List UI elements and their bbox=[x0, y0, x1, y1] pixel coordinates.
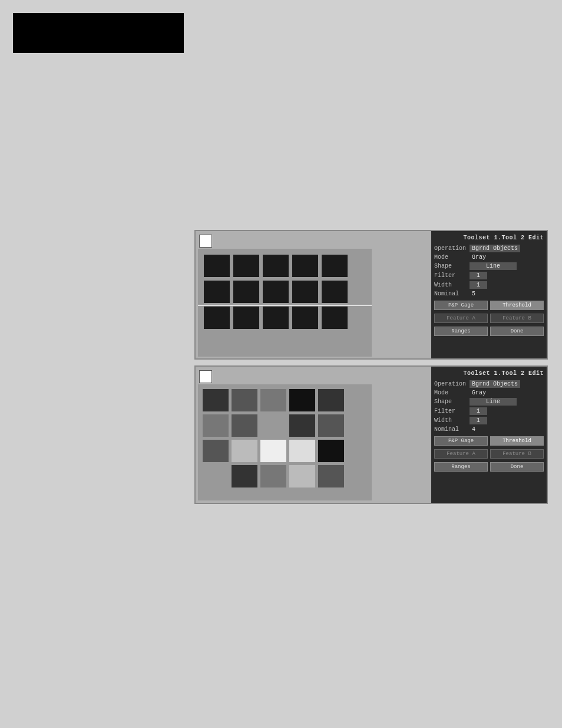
grid-cell bbox=[232, 389, 257, 411]
nominal-label-2: Nominal bbox=[434, 426, 470, 433]
panel-2-checkbox[interactable] bbox=[199, 370, 212, 383]
grid-cell bbox=[203, 389, 229, 411]
grid-cell bbox=[289, 414, 315, 437]
filter-row: Filter 1 bbox=[434, 272, 544, 279]
operation-row: Operation Bgrnd Objects bbox=[434, 245, 544, 252]
grid-cell bbox=[322, 255, 348, 277]
grid-cell bbox=[203, 465, 229, 487]
shape-row-2: Shape Line bbox=[434, 398, 544, 406]
panel-1: Toolset 1.Tool 2 Edit Operation Bgrnd Ob… bbox=[194, 230, 548, 360]
grid-cell bbox=[233, 281, 259, 303]
feature-a-button-2[interactable]: Feature A bbox=[434, 449, 488, 459]
operation-value: Bgrnd Objects bbox=[470, 245, 520, 252]
grid-cell bbox=[318, 465, 344, 487]
panel-1-title: Toolset 1.Tool 2 Edit bbox=[434, 235, 544, 241]
grid-cell bbox=[292, 255, 318, 277]
done-button[interactable]: Done bbox=[490, 327, 544, 336]
operation-label-2: Operation bbox=[434, 381, 470, 387]
btn-row-3: Ranges Done bbox=[434, 327, 544, 336]
grid-cell bbox=[260, 414, 286, 437]
grid-cell bbox=[232, 465, 257, 487]
grid-cell bbox=[263, 255, 289, 277]
panel-1-checkbox[interactable] bbox=[199, 235, 212, 248]
width-label-2: Width bbox=[434, 417, 470, 424]
control-panel-1: Toolset 1.Tool 2 Edit Operation Bgrnd Ob… bbox=[431, 231, 547, 358]
nominal-label: Nominal bbox=[434, 291, 470, 297]
btn-row-1: P&P Gage Threshold bbox=[434, 301, 544, 310]
control-panel-2: Toolset 1.Tool 2 Edit Operation Bgrnd Ob… bbox=[431, 367, 547, 503]
shape-label-2: Shape bbox=[434, 398, 470, 405]
filter-label-2: Filter bbox=[434, 408, 470, 414]
grid-cell bbox=[292, 307, 318, 329]
panel-2-image bbox=[198, 384, 372, 500]
operation-row-2: Operation Bgrnd Objects bbox=[434, 380, 544, 388]
mode-value-2: Gray bbox=[470, 390, 486, 396]
grid-cell bbox=[204, 281, 230, 303]
operation-value-2: Bgrnd Objects bbox=[470, 380, 520, 388]
panel-2: Toolset 1.Tool 2 Edit Operation Bgrnd Ob… bbox=[194, 365, 548, 504]
btn-row-2: Feature A Feature B bbox=[434, 314, 544, 323]
nominal-value: 5 bbox=[470, 291, 475, 297]
mode-label: Mode bbox=[434, 254, 470, 261]
mode-value: Gray bbox=[470, 254, 486, 261]
grid-cell bbox=[204, 307, 230, 329]
filter-value-2: 1 bbox=[470, 407, 487, 415]
threshold-button[interactable]: Threshold bbox=[490, 301, 544, 310]
ranges-button-2[interactable]: Ranges bbox=[434, 462, 488, 472]
grid-cell bbox=[289, 440, 315, 462]
grid-cell bbox=[232, 440, 257, 462]
operation-label: Operation bbox=[434, 245, 470, 252]
grid-cell bbox=[260, 389, 286, 411]
shape-value-2: Line bbox=[470, 398, 517, 406]
panel-2-title: Toolset 1.Tool 2 Edit bbox=[434, 370, 544, 377]
ranges-button[interactable]: Ranges bbox=[434, 327, 488, 336]
image-grid-1 bbox=[204, 255, 348, 329]
grid-cell bbox=[322, 307, 348, 329]
grid-cell bbox=[263, 307, 289, 329]
grid-cell bbox=[289, 465, 315, 487]
grid-cell bbox=[233, 255, 259, 277]
btn-row-6: Ranges Done bbox=[434, 462, 544, 472]
btn-row-5: Feature A Feature B bbox=[434, 449, 544, 459]
mode-row-2: Mode Gray bbox=[434, 390, 544, 396]
feature-b-button[interactable]: Feature B bbox=[490, 314, 544, 323]
filter-row-2: Filter 1 bbox=[434, 407, 544, 415]
nominal-value-2: 4 bbox=[470, 426, 475, 433]
grid-cell bbox=[233, 307, 259, 329]
nominal-row-2: Nominal 4 bbox=[434, 426, 544, 433]
pp-gage-button[interactable]: P&P Gage bbox=[434, 301, 488, 310]
width-value-2: 1 bbox=[470, 417, 487, 424]
header-logo-bar bbox=[13, 13, 184, 53]
shape-label: Shape bbox=[434, 263, 470, 269]
grid-cell bbox=[318, 414, 344, 437]
width-label: Width bbox=[434, 282, 470, 288]
grid-cell bbox=[203, 440, 229, 462]
pp-gage-button-2[interactable]: P&P Gage bbox=[434, 436, 488, 446]
shape-value: Line bbox=[470, 262, 517, 270]
grid-cell bbox=[260, 440, 286, 462]
grid-cell bbox=[232, 414, 257, 437]
done-button-2[interactable]: Done bbox=[490, 462, 544, 472]
filter-label: Filter bbox=[434, 272, 470, 279]
width-row: Width 1 bbox=[434, 281, 544, 289]
nominal-row: Nominal 5 bbox=[434, 291, 544, 297]
filter-value: 1 bbox=[470, 272, 487, 279]
shape-row: Shape Line bbox=[434, 262, 544, 270]
grid-cell bbox=[260, 465, 286, 487]
mode-label-2: Mode bbox=[434, 390, 470, 396]
grid-cell bbox=[263, 281, 289, 303]
image-grid-2 bbox=[203, 389, 344, 487]
grid-cell bbox=[322, 281, 348, 303]
mode-row: Mode Gray bbox=[434, 254, 544, 261]
feature-a-button[interactable]: Feature A bbox=[434, 314, 488, 323]
feature-b-button-2[interactable]: Feature B bbox=[490, 449, 544, 459]
grid-cell bbox=[204, 255, 230, 277]
width-value: 1 bbox=[470, 281, 487, 289]
width-row-2: Width 1 bbox=[434, 417, 544, 424]
grid-cell bbox=[318, 440, 344, 462]
grid-cell bbox=[203, 414, 229, 437]
panel-1-image bbox=[198, 249, 372, 357]
threshold-button-2[interactable]: Threshold bbox=[490, 436, 544, 446]
grid-cell bbox=[292, 281, 318, 303]
scan-line bbox=[198, 305, 372, 306]
